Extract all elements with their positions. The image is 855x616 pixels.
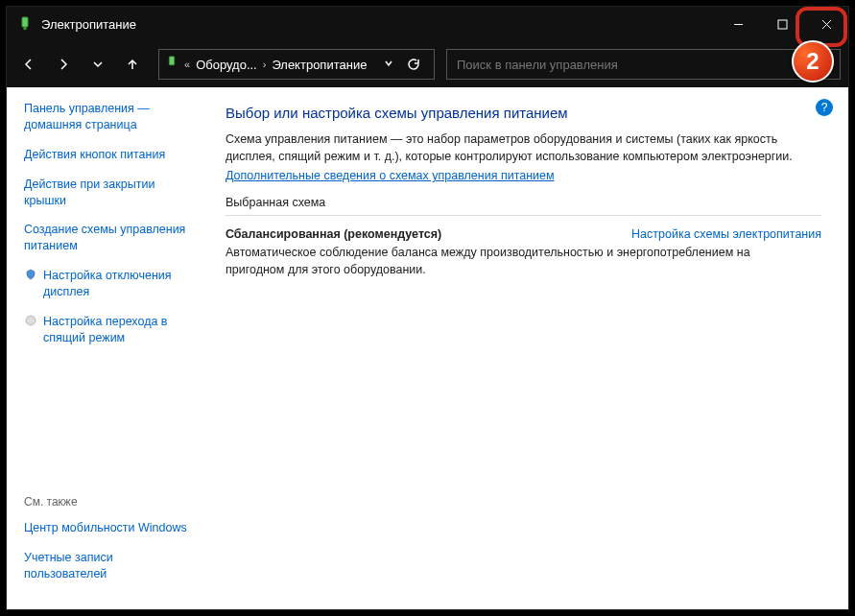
breadcrumb-item[interactable]: Оборудо... [196,58,257,72]
chevron-down-icon[interactable] [384,59,393,70]
svg-rect-1 [24,27,27,30]
minimize-button[interactable] [716,7,760,41]
sidebar-link-display-off[interactable]: Настройка отключения дисплея [24,268,191,300]
sidebar-seealso-accounts[interactable]: Учетные записи пользователей [24,550,191,582]
search-input[interactable] [457,58,830,72]
chevron-left-icon: « [184,59,190,70]
svg-rect-3 [778,20,787,29]
address-icon [165,56,178,73]
app-icon [16,15,34,33]
plan-description: Автоматическое соблюдение баланса между … [226,245,763,278]
recent-button[interactable] [83,50,112,79]
svg-rect-0 [22,17,28,27]
see-also-label: См. также [24,495,191,509]
window-buttons [716,7,848,41]
more-info-link[interactable]: Дополнительные сведения о схемах управле… [226,169,555,182]
navbar: « Оборудо... › Электропитание [7,41,848,87]
search-box[interactable] [446,49,841,80]
section-heading: Выбранная схема [226,196,821,216]
up-button[interactable] [118,50,147,79]
forward-button[interactable] [49,50,78,79]
plan-name: Сбалансированная (рекомендуется) [226,227,631,241]
maximize-button[interactable] [760,7,804,41]
content-area: Панель управления — домашняя страница Де… [7,87,848,609]
sidebar-link-lid-action[interactable]: Действие при закрытии крышки [24,177,191,209]
refresh-button[interactable] [399,58,428,71]
shield-icon [24,314,37,327]
address-bar[interactable]: « Оборудо... › Электропитание [158,49,435,80]
shield-icon [24,268,37,281]
page-description: Схема управления питанием — это набор па… [226,130,821,165]
sidebar-home-link[interactable]: Панель управления — домашняя страница [24,101,191,133]
step-badge: 2 [792,40,834,83]
main-panel: ? Выбор или настройка схемы управления п… [199,87,848,609]
breadcrumb-item[interactable]: Электропитание [272,58,367,72]
sidebar: Панель управления — домашняя страница Де… [7,87,199,609]
window-title: Электропитание [41,17,716,32]
close-button[interactable] [804,7,848,41]
help-icon[interactable]: ? [816,99,833,116]
chevron-right-icon: › [263,59,267,70]
sidebar-link-sleep[interactable]: Настройка перехода в спящий режим [24,314,191,346]
back-button[interactable] [14,50,43,79]
window-frame: Электропитание « Оборудо... › Электропит… [6,6,849,610]
sidebar-seealso-mobility[interactable]: Центр мобильности Windows [24,520,191,536]
plan-settings-link[interactable]: Настройка схемы электропитания [631,227,821,241]
svg-rect-6 [169,57,174,65]
page-heading: Выбор или настройка схемы управления пит… [226,105,821,121]
titlebar: Электропитание [7,7,848,41]
svg-point-7 [26,316,36,325]
sidebar-link-create-plan[interactable]: Создание схемы управления питанием [24,222,191,254]
sidebar-link-power-buttons[interactable]: Действия кнопок питания [24,147,191,163]
